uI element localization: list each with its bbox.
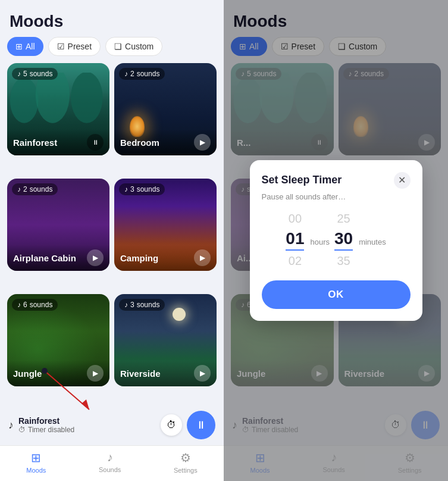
music-note-icon: ♪	[17, 70, 21, 78]
bedroom-play-btn[interactable]: ▶	[194, 134, 211, 151]
timer-status-icon: ⏱	[18, 426, 26, 434]
camping-label-area: Camping ▶	[114, 245, 217, 271]
player-music-icon: ♪	[8, 419, 14, 432]
tab-preset-left[interactable]: ☑ Preset	[48, 37, 101, 56]
jungle-play-btn[interactable]: ▶	[87, 365, 104, 382]
nav-settings-left[interactable]: ⚙ Settings	[174, 451, 198, 474]
left-panel: Moods ⊞ All ☑ Preset ❏ Custom ♪ 5 sounds…	[0, 0, 224, 481]
nav-sounds-left[interactable]: ♪ Sounds	[99, 451, 121, 474]
mood-card-jungle-left[interactable]: ♪ 6 sounds Jungle ▶	[7, 294, 109, 386]
nav-moods-left[interactable]: ⊞ Moods	[26, 451, 46, 474]
rainforest-pause-btn[interactable]: ⏸	[87, 134, 104, 151]
music-note-icon: ♪	[17, 301, 21, 309]
airplane-play-btn[interactable]: ▶	[87, 249, 104, 266]
minutes-label: minutes	[359, 233, 386, 246]
riverside-label: Riverside	[120, 368, 161, 379]
dialog-close-button[interactable]: ✕	[394, 172, 411, 189]
rainforest-label-area: Rainforest ⏸	[7, 129, 109, 155]
tab-custom-left[interactable]: ❏ Custom	[105, 37, 162, 56]
airplane-label: Airplane Cabin	[13, 253, 76, 263]
jungle-label-area: Jungle ▶	[7, 360, 109, 386]
right-panel: Moods ⊞ All ☑ Preset ❏ Custom ♪ 5 sounds…	[224, 0, 448, 481]
mood-card-camping-left[interactable]: ♪ 3 sounds Camping ▶	[114, 179, 217, 271]
hours-column: 00 01 02	[286, 211, 304, 269]
sounds-badge-bedroom-left: ♪ 2 sounds	[119, 68, 165, 80]
camping-play-btn[interactable]: ▶	[194, 249, 211, 266]
hours-current[interactable]: 01	[286, 229, 304, 251]
dialog-header: Set Sleep Timer ✕	[262, 172, 411, 189]
player-status-left: ⏱ Timer disabled	[18, 426, 156, 434]
jungle-label: Jungle	[13, 368, 42, 379]
hours-label: hours	[310, 233, 330, 246]
minutes-next: 35	[337, 253, 350, 268]
sleep-timer-dialog: Set Sleep Timer ✕ Pause all sounds after…	[250, 160, 422, 321]
minutes-current[interactable]: 30	[334, 229, 353, 251]
ok-button[interactable]: OK	[262, 280, 411, 309]
rainforest-label: Rainforest	[13, 138, 57, 148]
dialog-title: Set Sleep Timer	[262, 174, 342, 186]
left-title: Moods	[0, 0, 224, 37]
main-pause-button-left[interactable]: ⏸	[187, 411, 215, 439]
sounds-nav-icon: ♪	[107, 451, 113, 464]
sounds-badge-camping-left: ♪ 3 sounds	[119, 183, 165, 195]
music-note-icon: ♪	[17, 185, 21, 193]
sounds-badge-airplane-left: ♪ 2 sounds	[12, 183, 58, 195]
mood-card-riverside-left[interactable]: ♪ 3 sounds Riverside ▶	[114, 294, 217, 386]
music-note-icon: ♪	[124, 70, 128, 78]
grid-icon: ⊞	[15, 42, 23, 51]
settings-nav-icon: ⚙	[180, 451, 191, 465]
sounds-badge-jungle-left: ♪ 6 sounds	[12, 299, 58, 311]
music-note-icon: ♪	[124, 301, 128, 309]
hours-next: 02	[289, 253, 302, 268]
minutes-prev: 25	[337, 211, 350, 226]
riverside-play-btn[interactable]: ▶	[194, 365, 211, 382]
airplane-label-area: Airplane Cabin ▶	[7, 245, 109, 271]
left-player-bar: ♪ Rainforest ⏱ Timer disabled ⏱ ⏸	[0, 405, 224, 445]
hours-prev: 00	[289, 211, 302, 226]
camping-label: Camping	[120, 253, 158, 263]
dialog-overlay: Set Sleep Timer ✕ Pause all sounds after…	[224, 0, 448, 481]
riverside-label-area: Riverside ▶	[114, 360, 217, 386]
bedroom-label: Bedroom	[120, 138, 159, 148]
moods-nav-icon: ⊞	[31, 451, 41, 465]
dialog-subtitle: Pause all sounds after…	[262, 192, 411, 201]
left-mood-grid: ♪ 5 sounds Rainforest ⏸ ♪ 2 sounds Bedro…	[0, 63, 224, 405]
preset-icon: ☑	[57, 42, 65, 51]
sounds-badge-riverside-left: ♪ 3 sounds	[119, 299, 165, 311]
music-note-icon: ♪	[124, 185, 128, 193]
player-track-left: Rainforest	[18, 416, 156, 426]
custom-icon: ❏	[114, 42, 122, 51]
timer-button-left[interactable]: ⏱	[161, 414, 182, 436]
time-picker: 00 01 02 hours 25 30 35 minutes	[262, 211, 411, 269]
tab-all-left[interactable]: ⊞ All	[7, 37, 43, 56]
left-filter-tabs: ⊞ All ☑ Preset ❏ Custom	[0, 37, 224, 63]
mood-card-bedroom-left[interactable]: ♪ 2 sounds Bedroom ▶	[114, 63, 217, 155]
player-info-left: Rainforest ⏱ Timer disabled	[18, 416, 156, 434]
left-bottom-nav: ⊞ Moods ♪ Sounds ⚙ Settings	[0, 445, 224, 481]
bedroom-label-area: Bedroom ▶	[114, 129, 217, 155]
minutes-column: 25 30 35	[334, 211, 353, 269]
sounds-badge-rainforest-left: ♪ 5 sounds	[12, 68, 58, 80]
mood-card-rainforest-left[interactable]: ♪ 5 sounds Rainforest ⏸	[7, 63, 109, 155]
mood-card-airplane-left[interactable]: ♪ 2 sounds Airplane Cabin ▶	[7, 179, 109, 271]
